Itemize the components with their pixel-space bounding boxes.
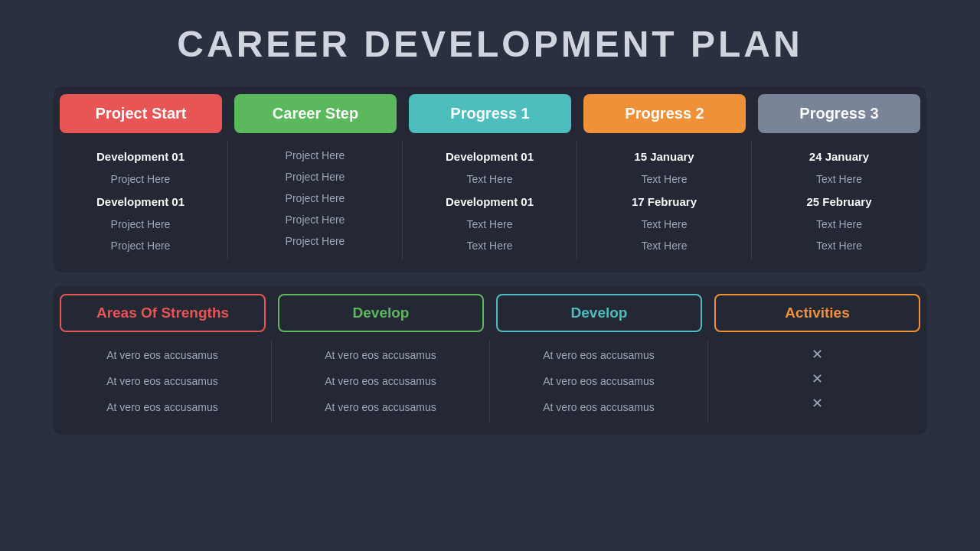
top-header-0: Project Start: [60, 94, 222, 133]
top-header-1: Career Step: [234, 94, 397, 133]
bottom-headers: Areas Of StrengthsDevelopDevelopActiviti…: [54, 286, 926, 332]
top-cell-4-1: Text Here: [763, 171, 916, 187]
top-body: Development 01Project HereDevelopment 01…: [54, 133, 926, 272]
top-cell-1-2: Project Here: [239, 190, 391, 207]
bottom-header-2: Develop: [496, 294, 702, 332]
bottom-header-0: Areas Of Strengths: [60, 294, 266, 332]
bottom-cell-1-0: At vero eos accusamus: [283, 346, 479, 364]
top-col-1: Project HereProject HereProject HereProj…: [228, 141, 403, 260]
bottom-cell-2-0: At vero eos accusamus: [501, 346, 697, 364]
top-col-4: 24 JanuaryText Here25 FebruaryText HereT…: [752, 141, 926, 260]
top-cell-3-3: Text Here: [588, 216, 740, 233]
bottom-table: Areas Of StrengthsDevelopDevelopActiviti…: [54, 286, 926, 435]
bottom-body: At vero eos accusamusAt vero eos accusam…: [54, 332, 926, 435]
bottom-cell-0-0: At vero eos accusamus: [64, 346, 260, 364]
top-cell-4-2: 25 February: [763, 192, 916, 211]
top-cell-2-3: Text Here: [413, 216, 566, 233]
top-table: Project StartCareer StepProgress 1Progre…: [54, 86, 926, 272]
bottom-header-1: Develop: [278, 294, 484, 332]
bottom-cell-0-1: At vero eos accusamus: [64, 372, 260, 390]
bottom-col-1: At vero eos accusamusAt vero eos accusam…: [272, 340, 490, 422]
top-cell-1-3: Project Here: [239, 211, 391, 228]
top-col-3: 15 JanuaryText Here17 FebruaryText HereT…: [577, 141, 752, 260]
top-cell-0-3: Project Here: [64, 216, 217, 233]
bottom-cell-1-1: At vero eos accusamus: [283, 372, 479, 390]
top-cell-3-1: Text Here: [588, 171, 740, 187]
bottom-cell-2-1: At vero eos accusamus: [501, 372, 697, 390]
bottom-header-3: Activities: [714, 294, 920, 332]
top-header-3: Progress 2: [583, 94, 746, 133]
top-cell-1-0: Project Here: [239, 147, 391, 164]
close-icon-0: ✕: [719, 346, 916, 363]
bottom-cell-0-2: At vero eos accusamus: [64, 398, 260, 416]
bottom-col-3: ✕✕✕: [708, 340, 926, 422]
top-cell-1-4: Project Here: [239, 233, 391, 249]
top-cell-4-3: Text Here: [763, 216, 916, 233]
bottom-col-0: At vero eos accusamusAt vero eos accusam…: [54, 340, 272, 422]
bottom-cell-2-2: At vero eos accusamus: [501, 398, 697, 416]
top-cell-0-0: Development 01: [64, 147, 217, 166]
close-icon-2: ✕: [719, 395, 916, 412]
top-col-2: Development 01Text HereDevelopment 01Tex…: [403, 141, 577, 260]
top-header-2: Progress 1: [409, 94, 571, 133]
page-title: CAREER DEVELOPMENT PLAN: [177, 23, 802, 65]
top-header-4: Progress 3: [758, 94, 920, 133]
close-icon-1: ✕: [719, 370, 916, 387]
top-cell-0-4: Project Here: [64, 237, 217, 254]
top-cell-2-4: Text Here: [413, 237, 566, 254]
top-cell-4-4: Text Here: [763, 237, 916, 254]
bottom-col-2: At vero eos accusamusAt vero eos accusam…: [490, 340, 708, 422]
top-cell-2-2: Development 01: [413, 192, 566, 211]
top-cell-1-1: Project Here: [239, 168, 391, 185]
top-cell-4-0: 24 January: [763, 147, 916, 166]
top-cell-2-1: Text Here: [413, 171, 566, 187]
main-container: Project StartCareer StepProgress 1Progre…: [54, 86, 926, 435]
top-cell-3-2: 17 February: [588, 192, 740, 211]
top-cell-3-0: 15 January: [588, 147, 740, 166]
top-cell-3-4: Text Here: [588, 237, 740, 254]
top-cell-0-2: Development 01: [64, 192, 217, 211]
top-cell-0-1: Project Here: [64, 171, 217, 187]
bottom-cell-1-2: At vero eos accusamus: [283, 398, 479, 416]
top-col-0: Development 01Project HereDevelopment 01…: [54, 141, 228, 260]
top-cell-2-0: Development 01: [413, 147, 566, 166]
top-headers: Project StartCareer StepProgress 1Progre…: [54, 86, 926, 133]
